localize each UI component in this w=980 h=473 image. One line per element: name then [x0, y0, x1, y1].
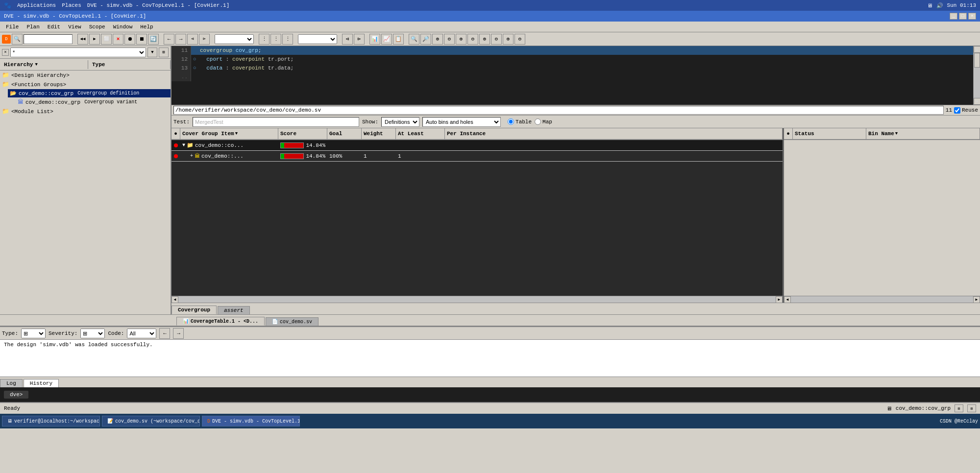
tb-btn-15[interactable]: ⊲ [342, 34, 353, 45]
table-radio-label[interactable]: Table [508, 118, 532, 125]
tb-btn-22[interactable]: ⊕ [432, 34, 443, 45]
tb-btn-5[interactable]: ⏺ [124, 34, 135, 45]
tb-btn-16[interactable]: ⊳ [354, 34, 365, 45]
right-hscroll-right[interactable]: ▶ [973, 296, 980, 303]
tb-select-2[interactable] [298, 34, 337, 44]
tb-btn-20[interactable]: 🔍 [409, 34, 419, 45]
dve-menu[interactable]: DVE - simv.vdb - CovTopLevel.1 - [CovHie… [87, 2, 229, 8]
log-tab-log[interactable]: Log [0, 379, 23, 387]
row2-status-dot [174, 154, 178, 158]
left-filter-btn[interactable]: ▼ [147, 47, 157, 57]
file-tab-coverage[interactable]: 📊 CoverageTable.1 - <D... [176, 317, 265, 326]
tb-btn-4[interactable]: × [113, 34, 123, 45]
tb-btn-24[interactable]: ⊕ [456, 34, 466, 45]
tb-btn-14[interactable]: ⋮ [282, 34, 293, 45]
menu-view[interactable]: View [64, 23, 85, 31]
tb-btn-2[interactable]: ▶ [89, 34, 100, 45]
tb-btn-29[interactable]: ⊖ [514, 34, 525, 45]
tb-btn-8[interactable]: ← [164, 34, 174, 45]
row2-expand[interactable]: + [190, 153, 193, 159]
tb-btn-11[interactable]: ⊳ [199, 34, 210, 45]
tb-search-input[interactable] [24, 34, 73, 44]
left-grid-btn[interactable]: ⊞ [159, 47, 169, 57]
tree-item-function[interactable]: 📁 <Function Groups> [0, 80, 171, 89]
filepath-input[interactable] [173, 106, 944, 115]
nav-next-btn[interactable]: → [173, 328, 184, 339]
bin-sort-icon[interactable]: ▼ [895, 131, 898, 136]
tb-btn-3[interactable]: ⬜ [101, 34, 112, 45]
test-input[interactable] [193, 117, 359, 127]
tree-item-covgrp-sub[interactable]: 🏛 cov_demo::cov_grp Covergroup variant [16, 97, 171, 107]
tb-btn-28[interactable]: ⊕ [503, 34, 514, 45]
folder-icon-function: 📁 [2, 81, 9, 88]
tb-btn-17[interactable]: 📊 [369, 34, 380, 45]
cov-row-1[interactable]: ▼ 📁 cov_demo::co... 14.84% [172, 140, 783, 151]
tb-btn-21[interactable]: 🔎 [420, 34, 431, 45]
folder-icon-design: 📁 [2, 71, 9, 79]
tb-btn-9[interactable]: → [175, 34, 186, 45]
map-radio[interactable] [535, 118, 541, 125]
right-hscroll-left[interactable]: ◀ [784, 296, 791, 303]
row1-expand[interactable]: ▼ [182, 142, 185, 148]
menu-file[interactable]: File [2, 23, 23, 31]
terminal-tab[interactable]: dve> [4, 391, 28, 399]
menu-scope[interactable]: Scope [85, 23, 109, 31]
tb-btn-10[interactable]: ⊲ [187, 34, 198, 45]
per-instance-header: Per Instance [447, 131, 486, 137]
tb-btn-7[interactable]: 🔄 [148, 34, 159, 45]
close-btn[interactable]: × [968, 13, 976, 20]
menu-window[interactable]: Window [109, 23, 137, 31]
tree-item-covgrp[interactable]: 📂 cov_demo::cov_grp Covergroup definitio… [8, 89, 171, 97]
maximize-btn[interactable]: □ [959, 13, 967, 20]
places-menu[interactable]: Places [62, 2, 81, 8]
hierarchy-sort-icon[interactable]: ▼ [35, 62, 37, 67]
tb-search-btn[interactable]: 🔍 [12, 34, 23, 45]
tb-btn-25[interactable]: ⊖ [467, 34, 478, 45]
left-close-btn[interactable]: × [2, 49, 9, 56]
taskbar-btn-1[interactable]: 🖥 verifier@localhost:~/workspace/cov... [2, 416, 100, 426]
tb-btn-26[interactable]: ⊕ [479, 34, 490, 45]
tree-item-design[interactable]: 📁 <Design Hierarchy> [0, 71, 171, 80]
applications-menu[interactable]: Applications [17, 2, 56, 8]
tb-btn-19[interactable]: 📋 [393, 34, 404, 45]
taskbar-btn-3[interactable]: D DVE - simv.vdb - CovTopLevel.1 - [... [202, 416, 300, 426]
cov-hscroll-left[interactable]: ◀ [172, 296, 178, 303]
reuse-checkbox[interactable] [954, 107, 960, 114]
code-scroll-down[interactable]: ▼ [974, 98, 980, 105]
type-select[interactable]: ⊞ [21, 329, 46, 338]
tb-btn-1[interactable]: ◀◀ [77, 34, 88, 45]
tree-item-module[interactable]: 📁 <Module List> [0, 107, 171, 116]
tb-btn-27[interactable]: ⊖ [491, 34, 502, 45]
table-radio[interactable] [508, 118, 514, 125]
log-tab-history[interactable]: History [24, 379, 59, 387]
minimize-btn[interactable]: _ [950, 13, 957, 20]
tb-btn-12[interactable]: ⋮ [259, 34, 270, 45]
tb-btn-13[interactable]: ⋮ [270, 34, 281, 45]
cgi-sort-icon[interactable]: ▼ [235, 131, 238, 136]
nav-prev-btn[interactable]: ← [159, 328, 170, 339]
taskbar-label-2: cov_demo.sv (~workspace/cov_de... [115, 419, 200, 424]
status-btn-2[interactable]: ⊞ [967, 404, 976, 412]
cov-row-2[interactable]: + 🏛 cov_demo::... 14.84% 100% 1 1 [172, 151, 783, 162]
reuse-checkbox-area[interactable]: Reuse [954, 107, 978, 114]
map-radio-label[interactable]: Map [535, 118, 552, 125]
tb-select-1[interactable] [215, 34, 254, 44]
tb-btn-18[interactable]: 📈 [381, 34, 392, 45]
tab-covergroup[interactable]: Covergroup [172, 306, 217, 314]
menu-edit[interactable]: Edit [44, 23, 64, 31]
left-filter-select[interactable]: * [10, 47, 146, 57]
status-btn-1[interactable]: ⊞ [955, 404, 963, 412]
menu-help[interactable]: Help [136, 23, 157, 31]
tb-btn-23[interactable]: ⊖ [444, 34, 455, 45]
show-select[interactable]: Definitions [381, 117, 419, 127]
auto-bins-select[interactable]: Auto bins and holes [422, 117, 501, 127]
code-select[interactable]: All [127, 329, 156, 338]
file-tab-sv[interactable]: 📄 cov_demo.sv [266, 317, 318, 326]
cov-hscroll-right[interactable]: ▶ [776, 296, 783, 303]
tab-assert[interactable]: assert [218, 306, 250, 314]
menu-plan[interactable]: Plan [23, 23, 43, 31]
severity-select[interactable]: ⊞ [80, 329, 105, 338]
code-scroll-up[interactable]: ▲ [974, 46, 980, 53]
tb-btn-6[interactable]: ⏹ [136, 34, 147, 45]
taskbar-btn-2[interactable]: 📝 cov_demo.sv (~workspace/cov_de... [102, 416, 200, 426]
